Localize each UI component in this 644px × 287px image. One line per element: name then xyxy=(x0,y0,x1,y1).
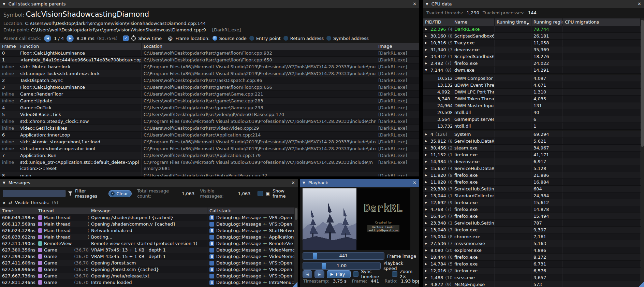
cpu-scrollbar[interactable] xyxy=(641,18,644,287)
message-row[interactable]: 627,399,326ns Game (36,704) VRAM 43x45: … xyxy=(0,253,298,260)
resize-grip[interactable] xyxy=(639,282,644,287)
cpu-row[interactable]: 10,512 DWM Compositor Thread 1.53 s (6.6… xyxy=(423,75,641,82)
cpu-row[interactable]: ▶ 2,492 (7) firefox.exe 1.71 s (7.42%) 2… xyxy=(423,60,641,67)
expand-icon[interactable]: ▶ xyxy=(425,199,428,206)
callstack-row[interactable]: inline std::atomic<bool>::operator bool … xyxy=(0,145,419,152)
next-parent-button[interactable]: ▶ xyxy=(67,35,74,42)
cpu-row[interactable]: ▶ 30,456 (25) steam.exe 643.61 ms (2.79%… xyxy=(423,145,641,152)
playback-speed-slider[interactable]: 1.00 xyxy=(303,262,381,270)
cpu-row[interactable]: 13,132 uDWM Event Thread 68.29 ms (0.30%… xyxy=(423,82,641,89)
message-row[interactable]: 606,049,398ns Main thread (31,596) Openi… xyxy=(0,214,298,221)
expand-icon[interactable]: ▶ xyxy=(425,261,428,267)
close-icon[interactable]: ✕ xyxy=(413,180,416,185)
expand-icon[interactable]: ▶ xyxy=(425,172,428,178)
cpu-row[interactable]: ▶ 13,044 (10) StandardCollector.Service … xyxy=(423,192,641,199)
cpu-row[interactable]: ▶ 4,872 (9) MsMpEng.exe 70.22 ms (0.30%)… xyxy=(423,281,641,287)
col-location[interactable]: Location xyxy=(142,43,376,50)
col-thread[interactable]: Thread xyxy=(36,207,89,214)
callstack-cell[interactable]: ☰ DebugLog::Message ← VideoMemo xyxy=(207,247,298,253)
cpu-row[interactable]: 4,092 DWM LPC Port Thread 29.16 ms (0.13… xyxy=(423,89,641,96)
frame-image-slider[interactable]: 441 xyxy=(303,252,384,260)
close-icon[interactable]: ✕ xyxy=(638,1,641,6)
prev-parent-button[interactable]: ◀ xyxy=(44,35,51,42)
expand-icon[interactable]: ▶ xyxy=(425,33,428,39)
cpu-row[interactable]: ▶ 11,152 (12) firefox.exe 632.15 ms (2.7… xyxy=(423,152,641,158)
play-button[interactable]: ▶ Play xyxy=(327,270,351,278)
cpu-row[interactable]: ▼ 7,144 (8) dwm.exe 1.66 s (7.18%) 14,29… xyxy=(423,67,641,74)
message-row[interactable]: 627,667,736ns Game (36,704) Opening /met… xyxy=(0,273,298,279)
cpu-row[interactable]: ▶ 11,828 (6) firefox.exe 291.26 ms (1.26… xyxy=(423,179,641,186)
cpu-row[interactable]: ▶ 27,536 (7) msvsmon.exe 133.45 ms (0.58… xyxy=(423,240,641,247)
callstack-cell[interactable]: ☰ DebugLog::Message ← VFS::Open xyxy=(207,214,298,221)
callstack-cell[interactable]: ☰ DebugLog::Message ← VFS::Open xyxy=(207,273,298,279)
collapse-icon[interactable]: ▼ xyxy=(3,181,5,185)
callstack-cell[interactable]: ☰ DebugLog::Message ← VFS::Open xyxy=(207,260,298,266)
callstack-row[interactable]: inline std::chrono::steady_clock::now C:… xyxy=(0,118,419,125)
filter-input[interactable] xyxy=(3,190,65,197)
expand-icon[interactable]: ▶ xyxy=(425,60,428,67)
message-row[interactable]: 627,411,606ns Game (36,704) Opening /for… xyxy=(0,260,298,266)
expand-icon[interactable]: ▶ xyxy=(425,192,428,199)
cpu-row[interactable]: ▶ 12,692 (9) firefox.exe 231.76 ms (1.00… xyxy=(423,199,641,206)
cpu-row[interactable]: ▶ 4 (126) System 1.55 s (6.70%) 69,294 3… xyxy=(423,131,641,138)
message-row[interactable]: 626,833,622ns Main thread (31,596) Booti… xyxy=(0,234,298,240)
expand-icon[interactable]: ▶ xyxy=(425,227,428,233)
cpu-row[interactable]: ▶ 31,340 (75) devenv.exe 1.91 s (8.26%) … xyxy=(423,46,641,53)
zoom-2x-checkbox[interactable] xyxy=(392,271,397,277)
frame-location-radio[interactable]: Entry point xyxy=(249,36,281,41)
scrollbar-thumb[interactable] xyxy=(295,208,297,220)
callstack-cell[interactable]: ☰ DebugLog::Message ← Application: xyxy=(207,234,298,240)
collapse-icon[interactable]: ▼ xyxy=(3,2,5,6)
cpu-row[interactable]: ▶ 1,488 (10) csrss.exe 83.74 ms (0.36%) … xyxy=(423,274,641,281)
col-message[interactable]: Message xyxy=(89,207,207,214)
cpu-row[interactable]: 13,732 ntdll.dll 5.84 us (0.00%) 1 0 (0.… xyxy=(423,123,641,130)
collapse-icon[interactable]: ▼ xyxy=(426,2,428,6)
callstack-row[interactable]: inline Video::GetTicksHiRes C:\Users\wol… xyxy=(0,125,419,132)
cpu-row[interactable]: 3,564 GameInput server 69.68 us (0.00%) … xyxy=(423,116,641,123)
expand-icon[interactable]: ▶ xyxy=(425,213,428,219)
close-icon[interactable]: ✕ xyxy=(413,1,416,6)
callstack-row[interactable]: 7 Application::Run C:\Users\wolf\Desktop… xyxy=(0,152,419,159)
callstack-row[interactable]: inline std::_Mutex_base::lock C:\Program… xyxy=(0,63,419,70)
expand-icon[interactable]: ▶ xyxy=(425,138,428,144)
col-pid-tid[interactable]: PID/TID xyxy=(423,18,452,26)
show-time-checkbox[interactable]: ✓ xyxy=(123,35,129,41)
callstack-row[interactable]: 2 TaskDispatch::Sync C:\Users\wolf\Deskt… xyxy=(0,77,419,84)
cpu-row[interactable]: ▶ 18,444 (6) firefox.exe 104.2 ms (0.45%… xyxy=(423,254,641,261)
expand-icon[interactable]: ▶ xyxy=(425,179,428,185)
callstack-cell[interactable]: ☰ DebugLog::Message ← VideoMemo xyxy=(207,253,298,260)
callstack-row[interactable]: 6 Application::InnerLoop C:\Users\wolf\D… xyxy=(0,132,419,139)
cpu-row[interactable]: ▶ 14,984 (50) devenv.exe 584.69 ms (2.53… xyxy=(423,158,641,165)
expand-icon[interactable]: ▶ xyxy=(425,145,428,151)
callstack-row[interactable]: inline std::unique_ptr<Application,std::… xyxy=(0,159,419,172)
expand-icon[interactable]: ▶ xyxy=(425,233,428,240)
cpu-row[interactable]: ▶ 23,348 (106) ServiceHub.SettingsHost 1… xyxy=(423,220,641,227)
cpu-row[interactable]: ▶ 15,652 (43) ServiceHub.DataWarehouseHo… xyxy=(423,165,641,172)
callstack-row[interactable]: 0 Floor::CalcLightNoLuminance C:\Users\w… xyxy=(0,50,419,57)
callstack-row[interactable]: 1 <lambda_84a19dc444fae966ca174e83e708bd… xyxy=(0,57,419,63)
expand-icon[interactable]: ▶ xyxy=(425,165,428,172)
cpu-row[interactable]: ▶ 12,016 (2) firefox.exe 84.89 ms (0.37%… xyxy=(423,268,641,274)
expand-icon[interactable]: ▶ xyxy=(425,254,428,260)
expand-icon[interactable]: ▶ xyxy=(425,40,428,46)
callstack-cell[interactable]: ☰ DebugLog::Message ← VFS::Open xyxy=(207,221,298,227)
expand-icon[interactable]: ▶ xyxy=(425,186,428,192)
expand-icon[interactable]: ▶ xyxy=(425,281,428,287)
callstack-row[interactable]: 8 main C:\Users\wolf\Desktop\darkrl\src\… xyxy=(0,172,419,176)
callstack-row[interactable]: inline Game::Update C:\Users\wolf\Deskto… xyxy=(0,98,419,104)
expand-icon[interactable]: ▶ xyxy=(425,26,428,32)
cpu-row[interactable]: ▶ 13,048 (7) firefox.exe 154.28 ms (0.67… xyxy=(423,227,641,233)
cpu-row[interactable]: 20,508 ntdll.dll 1.01 ms (0.00%) 40 25 (… xyxy=(423,109,641,116)
callstack-cell[interactable]: ☰ DebugLog::Message ← VFS::Open xyxy=(207,266,298,273)
messages-scrollbar[interactable] xyxy=(294,207,298,287)
expand-icon[interactable]: ▶ xyxy=(425,274,428,281)
col-running-time[interactable]: Running time▼ xyxy=(495,18,531,26)
callstack-row[interactable]: inline Game::RenderFloor C:\Users\wolf\D… xyxy=(0,91,419,98)
expand-icon[interactable]: ▶ xyxy=(425,131,428,138)
message-row[interactable]: 627,380,356ns Game (36,704) VRAM 37x45: … xyxy=(0,247,298,253)
expand-icon[interactable]: ▶ xyxy=(425,46,428,53)
clear-button[interactable]: ✕ Clear xyxy=(108,190,132,197)
callstack-cell[interactable]: ☰ DebugLog::Message ← IntroMenu:: xyxy=(207,279,298,286)
close-icon[interactable]: ✕ xyxy=(291,180,295,185)
callstack-row[interactable]: 4 Game::OnTick C:\Users\wolf\Desktop\dar… xyxy=(0,104,419,111)
